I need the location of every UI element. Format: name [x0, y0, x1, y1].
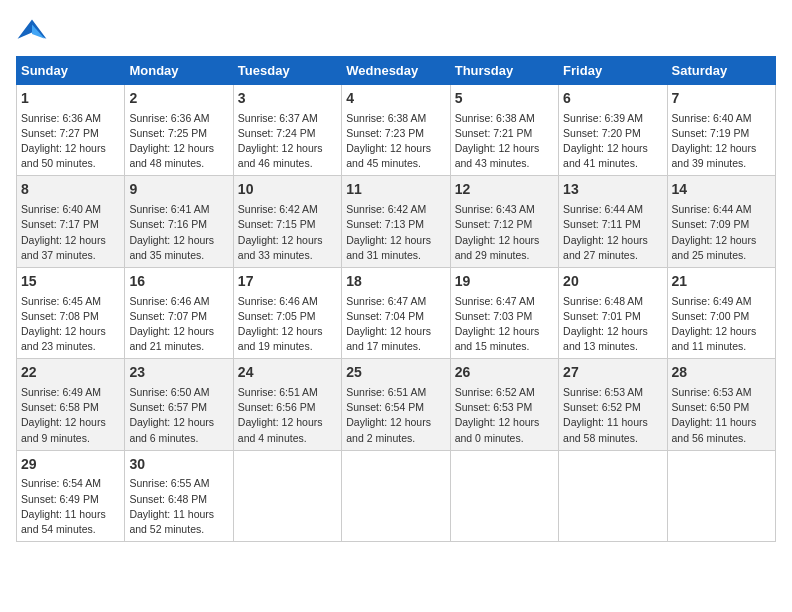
day-info: Sunrise: 6:39 AMSunset: 7:20 PMDaylight:… — [563, 111, 662, 172]
day-info: Sunrise: 6:38 AMSunset: 7:21 PMDaylight:… — [455, 111, 554, 172]
day-number: 13 — [563, 180, 662, 200]
weekday-header-wednesday: Wednesday — [342, 57, 450, 85]
calendar-cell: 19Sunrise: 6:47 AMSunset: 7:03 PMDayligh… — [450, 267, 558, 358]
day-info: Sunrise: 6:50 AMSunset: 6:57 PMDaylight:… — [129, 385, 228, 446]
weekday-header-thursday: Thursday — [450, 57, 558, 85]
day-number: 27 — [563, 363, 662, 383]
day-number: 5 — [455, 89, 554, 109]
day-info: Sunrise: 6:42 AMSunset: 7:13 PMDaylight:… — [346, 202, 445, 263]
day-number: 17 — [238, 272, 337, 292]
day-number: 21 — [672, 272, 771, 292]
calendar-cell: 22Sunrise: 6:49 AMSunset: 6:58 PMDayligh… — [17, 359, 125, 450]
logo — [16, 16, 52, 44]
day-info: Sunrise: 6:53 AMSunset: 6:52 PMDaylight:… — [563, 385, 662, 446]
day-info: Sunrise: 6:55 AMSunset: 6:48 PMDaylight:… — [129, 476, 228, 537]
day-number: 30 — [129, 455, 228, 475]
calendar-cell: 20Sunrise: 6:48 AMSunset: 7:01 PMDayligh… — [559, 267, 667, 358]
calendar-cell: 28Sunrise: 6:53 AMSunset: 6:50 PMDayligh… — [667, 359, 775, 450]
day-number: 23 — [129, 363, 228, 383]
day-number: 7 — [672, 89, 771, 109]
day-number: 19 — [455, 272, 554, 292]
day-info: Sunrise: 6:52 AMSunset: 6:53 PMDaylight:… — [455, 385, 554, 446]
calendar-cell — [667, 450, 775, 541]
calendar-cell: 18Sunrise: 6:47 AMSunset: 7:04 PMDayligh… — [342, 267, 450, 358]
weekday-header-tuesday: Tuesday — [233, 57, 341, 85]
calendar-cell: 16Sunrise: 6:46 AMSunset: 7:07 PMDayligh… — [125, 267, 233, 358]
day-number: 14 — [672, 180, 771, 200]
day-info: Sunrise: 6:47 AMSunset: 7:04 PMDaylight:… — [346, 294, 445, 355]
day-info: Sunrise: 6:46 AMSunset: 7:07 PMDaylight:… — [129, 294, 228, 355]
day-info: Sunrise: 6:38 AMSunset: 7:23 PMDaylight:… — [346, 111, 445, 172]
day-number: 8 — [21, 180, 120, 200]
calendar-cell: 12Sunrise: 6:43 AMSunset: 7:12 PMDayligh… — [450, 176, 558, 267]
day-number: 6 — [563, 89, 662, 109]
calendar-cell: 26Sunrise: 6:52 AMSunset: 6:53 PMDayligh… — [450, 359, 558, 450]
day-number: 25 — [346, 363, 445, 383]
calendar-cell: 2Sunrise: 6:36 AMSunset: 7:25 PMDaylight… — [125, 85, 233, 176]
calendar-cell: 23Sunrise: 6:50 AMSunset: 6:57 PMDayligh… — [125, 359, 233, 450]
calendar-cell: 8Sunrise: 6:40 AMSunset: 7:17 PMDaylight… — [17, 176, 125, 267]
calendar-cell: 5Sunrise: 6:38 AMSunset: 7:21 PMDaylight… — [450, 85, 558, 176]
calendar-table: SundayMondayTuesdayWednesdayThursdayFrid… — [16, 56, 776, 542]
day-number: 16 — [129, 272, 228, 292]
day-number: 15 — [21, 272, 120, 292]
calendar-cell — [450, 450, 558, 541]
calendar-cell: 3Sunrise: 6:37 AMSunset: 7:24 PMDaylight… — [233, 85, 341, 176]
day-number: 12 — [455, 180, 554, 200]
day-number: 26 — [455, 363, 554, 383]
calendar-cell: 9Sunrise: 6:41 AMSunset: 7:16 PMDaylight… — [125, 176, 233, 267]
day-info: Sunrise: 6:51 AMSunset: 6:54 PMDaylight:… — [346, 385, 445, 446]
calendar-week-row: 8Sunrise: 6:40 AMSunset: 7:17 PMDaylight… — [17, 176, 776, 267]
day-number: 11 — [346, 180, 445, 200]
day-number: 3 — [238, 89, 337, 109]
calendar-cell: 4Sunrise: 6:38 AMSunset: 7:23 PMDaylight… — [342, 85, 450, 176]
day-info: Sunrise: 6:54 AMSunset: 6:49 PMDaylight:… — [21, 476, 120, 537]
day-info: Sunrise: 6:49 AMSunset: 6:58 PMDaylight:… — [21, 385, 120, 446]
day-info: Sunrise: 6:47 AMSunset: 7:03 PMDaylight:… — [455, 294, 554, 355]
day-info: Sunrise: 6:42 AMSunset: 7:15 PMDaylight:… — [238, 202, 337, 263]
day-number: 2 — [129, 89, 228, 109]
calendar-cell: 29Sunrise: 6:54 AMSunset: 6:49 PMDayligh… — [17, 450, 125, 541]
day-info: Sunrise: 6:36 AMSunset: 7:27 PMDaylight:… — [21, 111, 120, 172]
calendar-cell: 6Sunrise: 6:39 AMSunset: 7:20 PMDaylight… — [559, 85, 667, 176]
day-info: Sunrise: 6:46 AMSunset: 7:05 PMDaylight:… — [238, 294, 337, 355]
weekday-header-sunday: Sunday — [17, 57, 125, 85]
calendar-cell: 10Sunrise: 6:42 AMSunset: 7:15 PMDayligh… — [233, 176, 341, 267]
calendar-cell — [559, 450, 667, 541]
logo-icon — [16, 16, 48, 44]
weekday-header-monday: Monday — [125, 57, 233, 85]
day-number: 1 — [21, 89, 120, 109]
calendar-cell: 24Sunrise: 6:51 AMSunset: 6:56 PMDayligh… — [233, 359, 341, 450]
calendar-cell: 15Sunrise: 6:45 AMSunset: 7:08 PMDayligh… — [17, 267, 125, 358]
calendar-cell: 25Sunrise: 6:51 AMSunset: 6:54 PMDayligh… — [342, 359, 450, 450]
calendar-week-row: 29Sunrise: 6:54 AMSunset: 6:49 PMDayligh… — [17, 450, 776, 541]
day-info: Sunrise: 6:45 AMSunset: 7:08 PMDaylight:… — [21, 294, 120, 355]
calendar-cell: 11Sunrise: 6:42 AMSunset: 7:13 PMDayligh… — [342, 176, 450, 267]
calendar-cell: 1Sunrise: 6:36 AMSunset: 7:27 PMDaylight… — [17, 85, 125, 176]
day-number: 20 — [563, 272, 662, 292]
day-info: Sunrise: 6:53 AMSunset: 6:50 PMDaylight:… — [672, 385, 771, 446]
calendar-cell: 13Sunrise: 6:44 AMSunset: 7:11 PMDayligh… — [559, 176, 667, 267]
day-number: 18 — [346, 272, 445, 292]
day-info: Sunrise: 6:44 AMSunset: 7:09 PMDaylight:… — [672, 202, 771, 263]
day-info: Sunrise: 6:48 AMSunset: 7:01 PMDaylight:… — [563, 294, 662, 355]
calendar-cell: 27Sunrise: 6:53 AMSunset: 6:52 PMDayligh… — [559, 359, 667, 450]
weekday-header-saturday: Saturday — [667, 57, 775, 85]
calendar-cell: 14Sunrise: 6:44 AMSunset: 7:09 PMDayligh… — [667, 176, 775, 267]
calendar-cell: 7Sunrise: 6:40 AMSunset: 7:19 PMDaylight… — [667, 85, 775, 176]
day-info: Sunrise: 6:44 AMSunset: 7:11 PMDaylight:… — [563, 202, 662, 263]
day-info: Sunrise: 6:43 AMSunset: 7:12 PMDaylight:… — [455, 202, 554, 263]
day-info: Sunrise: 6:41 AMSunset: 7:16 PMDaylight:… — [129, 202, 228, 263]
calendar-cell — [342, 450, 450, 541]
day-number: 24 — [238, 363, 337, 383]
day-number: 10 — [238, 180, 337, 200]
day-number: 28 — [672, 363, 771, 383]
day-info: Sunrise: 6:37 AMSunset: 7:24 PMDaylight:… — [238, 111, 337, 172]
day-number: 4 — [346, 89, 445, 109]
day-info: Sunrise: 6:51 AMSunset: 6:56 PMDaylight:… — [238, 385, 337, 446]
day-number: 29 — [21, 455, 120, 475]
calendar-cell: 21Sunrise: 6:49 AMSunset: 7:00 PMDayligh… — [667, 267, 775, 358]
day-info: Sunrise: 6:40 AMSunset: 7:17 PMDaylight:… — [21, 202, 120, 263]
calendar-week-row: 22Sunrise: 6:49 AMSunset: 6:58 PMDayligh… — [17, 359, 776, 450]
day-number: 22 — [21, 363, 120, 383]
